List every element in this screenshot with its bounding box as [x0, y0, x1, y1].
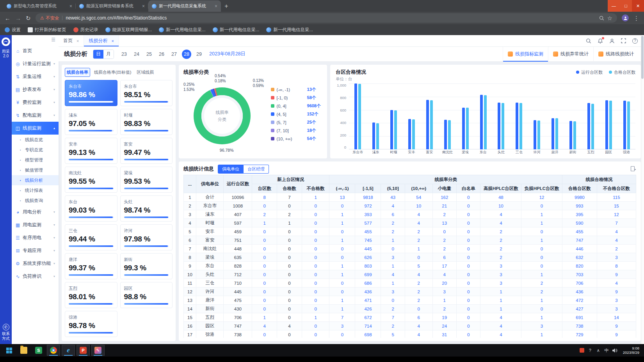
- table-row[interactable]: 15五烈7061017672761904169114: [184, 313, 636, 322]
- table-cell[interactable]: 2: [405, 287, 432, 296]
- table-cell[interactable]: 1: [521, 330, 562, 338]
- table-cell[interactable]: 8: [597, 262, 636, 270]
- table-cell[interactable]: 4: [432, 270, 456, 279]
- table-cell[interactable]: 1: [329, 305, 355, 313]
- table-cell[interactable]: 1: [329, 236, 355, 245]
- paint-taskbar-icon[interactable]: ✎: [91, 345, 105, 356]
- table-cell[interactable]: 54: [405, 193, 432, 202]
- table-cell[interactable]: 1: [521, 296, 562, 305]
- rate-card[interactable]: 新街99.3 %: [120, 253, 173, 279]
- user-icon[interactable]: [609, 38, 615, 44]
- table-row[interactable]: 8梁垛63500006263060206323: [184, 253, 636, 262]
- table-cell[interactable]: 15: [597, 202, 636, 210]
- table-cell[interactable]: 6: [405, 313, 432, 322]
- sidebar-item[interactable]: ↯配电监测▾: [12, 109, 59, 122]
- table-cell[interactable]: 43: [381, 193, 405, 202]
- table-cell[interactable]: 0: [457, 287, 480, 296]
- table-cell[interactable]: 6: [381, 210, 405, 219]
- table-cell[interactable]: 3: [381, 253, 405, 262]
- rate-card[interactable]: 东台市98.86 %: [65, 80, 117, 106]
- table-cell[interactable]: 2: [381, 322, 405, 330]
- forward-icon[interactable]: →: [15, 15, 21, 21]
- table-cell[interactable]: 19: [432, 313, 456, 322]
- sidebar-item[interactable]: ⌂首页: [12, 44, 59, 57]
- bookmark-item[interactable]: 能源互联网营销服...: [105, 27, 152, 33]
- table-cell[interactable]: 9: [597, 330, 636, 338]
- table-cell[interactable]: 0: [252, 245, 277, 253]
- folder-taskbar-icon[interactable]: [17, 345, 30, 356]
- start-taskbar-icon[interactable]: [2, 345, 16, 356]
- rate-card[interactable]: 许河97.98 %: [120, 224, 173, 250]
- table-cell[interactable]: 0: [381, 245, 405, 253]
- table-cell[interactable]: 0: [457, 279, 480, 287]
- table-cell[interactable]: 2: [432, 305, 456, 313]
- table-cell[interactable]: 745: [355, 236, 381, 245]
- table-cell[interactable]: 0: [381, 296, 405, 305]
- sidebar-item[interactable]: ⇅采集运维▾: [12, 70, 59, 83]
- mode-option[interactable]: 日: [93, 50, 103, 59]
- table-cell[interactable]: 2: [480, 245, 521, 253]
- rate-card[interactable]: 唐洋99.37 %: [65, 253, 117, 279]
- table-cell[interactable]: 162: [432, 193, 456, 202]
- table-cell[interactable]: 0: [457, 270, 480, 279]
- table-cell[interactable]: 2: [480, 236, 521, 245]
- table-cell[interactable]: 0: [252, 305, 277, 313]
- rate-tab[interactable]: 线损合格率: [65, 68, 90, 77]
- table-cell[interactable]: 2: [405, 296, 432, 305]
- table-cell[interactable]: 4: [480, 322, 521, 330]
- table-cell[interactable]: 0: [457, 296, 480, 305]
- table-cell[interactable]: 3: [480, 270, 521, 279]
- table-cell[interactable]: 0: [302, 219, 329, 227]
- table-toggle-option[interactable]: 供电单位: [218, 165, 244, 174]
- table-cell[interactable]: 13: [432, 219, 456, 227]
- rate-card[interactable]: 园区98.8 %: [120, 282, 173, 308]
- table-cell[interactable]: 426: [355, 305, 381, 313]
- table-cell[interactable]: 24: [432, 322, 456, 330]
- table-cell[interactable]: 0: [302, 227, 329, 236]
- table-cell[interactable]: 1: [480, 305, 521, 313]
- table-cell[interactable]: 691: [562, 313, 597, 322]
- tab-close-icon[interactable]: ×: [69, 4, 72, 9]
- table-cell[interactable]: 0: [521, 227, 562, 236]
- table-row[interactable]: 7南沈灶44800004450120204462: [184, 245, 636, 253]
- table-cell[interactable]: 2: [480, 227, 521, 236]
- table-cell[interactable]: 0: [302, 330, 329, 338]
- table-row[interactable]: 5安丰45900004552200204554: [184, 227, 636, 236]
- sidebar-item[interactable]: ⊞专题应用▾: [12, 244, 59, 257]
- date-option[interactable]: 28: [182, 50, 191, 59]
- table-cell[interactable]: 7: [597, 219, 636, 227]
- url-box[interactable]: ⚠ 不安全 neweic.js.sgcc.com.cn/#/llm/line/S…: [36, 13, 617, 23]
- table-cell[interactable]: 1: [302, 193, 329, 202]
- table-cell[interactable]: 1: [432, 296, 456, 305]
- table-row[interactable]: 17弶港738000069854310417299: [184, 330, 636, 338]
- url-text[interactable]: neweic.js.sgcc.com.cn/#/llm/line/Station…: [66, 15, 596, 21]
- rate-card[interactable]: 南沈灶99.55 %: [65, 167, 117, 193]
- table-cell[interactable]: 3: [597, 253, 636, 262]
- app-logo-icon[interactable]: [2, 37, 10, 46]
- table-cell[interactable]: 0: [252, 296, 277, 305]
- new-tab-button[interactable]: +: [221, 1, 232, 12]
- table-cell[interactable]: 686: [355, 279, 381, 287]
- table-cell[interactable]: 1: [480, 296, 521, 305]
- volume-icon[interactable]: [612, 348, 617, 353]
- table-cell[interactable]: 3: [329, 322, 355, 330]
- table-cell[interactable]: 0: [457, 330, 480, 338]
- table-cell[interactable]: 1: [405, 245, 432, 253]
- table-cell[interactable]: 0: [329, 279, 355, 287]
- sidebar-item[interactable]: ◎计量运行监测▾: [12, 57, 59, 70]
- export-icon[interactable]: [630, 166, 636, 172]
- table-cell[interactable]: 0: [302, 296, 329, 305]
- table-cell[interactable]: 12: [597, 210, 636, 219]
- table-cell[interactable]: 0: [329, 227, 355, 236]
- table-cell[interactable]: 0: [457, 322, 480, 330]
- bookmark-item[interactable]: 打开新的标签页: [28, 27, 66, 33]
- table-cell[interactable]: 0: [252, 270, 277, 279]
- hidden-icons-icon[interactable]: ∧: [596, 348, 601, 353]
- table-cell[interactable]: 4: [405, 322, 432, 330]
- chrome-taskbar-icon[interactable]: [47, 345, 60, 356]
- table-cell[interactable]: 706: [562, 279, 597, 287]
- date-option[interactable]: 24: [132, 50, 141, 59]
- table-cell[interactable]: 577: [355, 219, 381, 227]
- table-cell[interactable]: 1: [521, 236, 562, 245]
- table-row[interactable]: 2东台市1008000097241021010099315: [184, 202, 636, 210]
